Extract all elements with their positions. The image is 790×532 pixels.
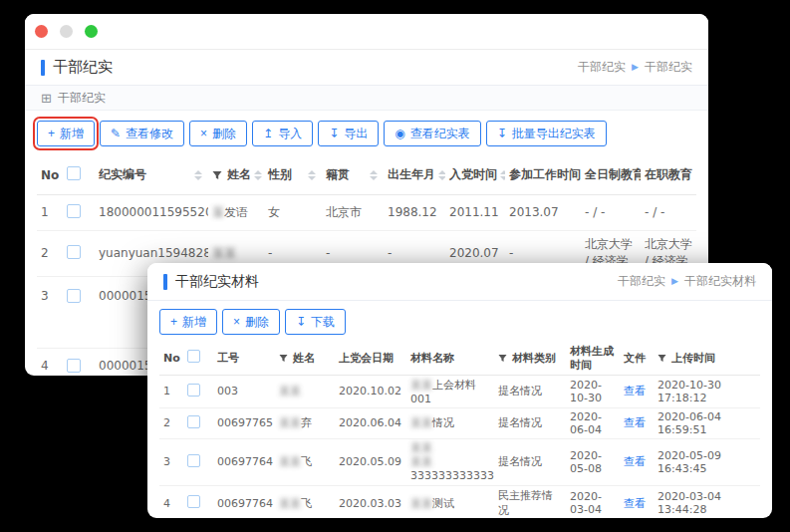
sort-icon[interactable] (500, 170, 505, 180)
delete-button[interactable]: × 删除 (222, 309, 280, 335)
view-file-link[interactable]: 查看 (624, 416, 646, 429)
cadre-materials-window: 干部纪实材料 干部纪实 ▶ 干部纪实材料 + 新增 × 删除 ↧ 下载 (147, 263, 772, 518)
redacted-text: 某某 (212, 246, 236, 260)
add-button-label: 新增 (182, 314, 206, 331)
download-icon: ↧ (296, 316, 306, 328)
page-header: 干部纪实 干部纪实 ▶ 干部纪实 (25, 50, 708, 86)
import-button-label: 导入 (278, 126, 302, 142)
table-row: 3 00697764 某某飞 2020.05.09 某某 某某333333333… (159, 438, 760, 486)
view-file-link[interactable]: 查看 (624, 497, 646, 510)
filter-icon[interactable] (212, 170, 222, 180)
row-checkbox[interactable] (187, 384, 200, 397)
view-record-sheet-button[interactable]: ◉ 查看纪实表 (384, 121, 480, 146)
sort-icon[interactable] (370, 170, 380, 180)
redacted-text: 某某 (279, 455, 301, 468)
col-birth: 出生年月 (388, 166, 435, 183)
view-file-link[interactable]: 查看 (624, 385, 646, 398)
col-work-start: 参加工作时间 (509, 166, 581, 183)
breadcrumb-arrow-icon: ▶ (632, 63, 639, 72)
col-material-type: 材料类别 (512, 352, 556, 366)
row-checkbox[interactable] (67, 245, 81, 259)
row-checkbox[interactable] (67, 359, 81, 373)
view-file-link[interactable]: 查看 (624, 455, 646, 468)
export-button-label: 导出 (344, 126, 368, 142)
cadre-materials-table: No 工号 姓名 上党会日期 材料名称 材料类别 材料生成时间 文件 (159, 343, 760, 518)
export-button[interactable]: ↧ 导出 (318, 121, 379, 146)
col-meeting-date: 上党会日期 (339, 352, 394, 365)
col-generated: 材料生成时间 (570, 345, 614, 372)
sort-icon[interactable] (308, 170, 318, 180)
col-gender: 性别 (268, 166, 292, 183)
page-header: 干部纪实材料 干部纪实 ▶ 干部纪实材料 (147, 263, 772, 301)
redacted-text: 某某 (279, 497, 301, 510)
sort-icon[interactable] (438, 170, 445, 180)
redacted-text: 某某 (279, 416, 301, 429)
table-grid-icon: ⊞ (41, 92, 52, 105)
col-no: No (163, 352, 180, 365)
batch-export-button[interactable]: ↧ 批量导出纪实表 (486, 121, 607, 146)
download-button[interactable]: ↧ 下载 (285, 309, 346, 335)
title-accent-bar (41, 60, 45, 76)
page-title-text: 干部纪实 (53, 58, 113, 77)
materials-header-row: No 工号 姓名 上党会日期 材料名称 材料类别 材料生成时间 文件 (159, 343, 760, 375)
minimize-window-icon[interactable] (60, 25, 73, 38)
breadcrumb: 干部纪实 ▶ 干部纪实材料 (618, 273, 756, 290)
table-row: 2 00697765 某某弃 2020.06.04 某某情况 提名情况 2020… (159, 407, 760, 438)
row-checkbox[interactable] (67, 289, 81, 303)
breadcrumb-current: 干部纪实材料 (684, 273, 756, 290)
redacted-text: 某某 (410, 416, 432, 429)
page-title-text: 干部纪实材料 (175, 273, 259, 291)
page-title: 干部纪实 (41, 58, 113, 77)
close-icon: × (233, 316, 240, 328)
col-onjob-edu: 在职教育 (645, 166, 692, 183)
col-emp-id: 工号 (217, 352, 239, 365)
filter-icon[interactable] (498, 354, 507, 363)
materials-table-wrap: No 工号 姓名 上党会日期 材料名称 材料类别 材料生成时间 文件 (147, 343, 772, 518)
row-checkbox[interactable] (187, 415, 200, 428)
plus-icon: + (48, 128, 55, 139)
select-all-checkbox[interactable] (67, 166, 81, 180)
row-checkbox[interactable] (187, 454, 200, 467)
close-window-icon[interactable] (35, 25, 48, 38)
maximize-window-icon[interactable] (85, 25, 98, 38)
filter-icon[interactable] (658, 354, 666, 363)
edit-icon: ✎ (111, 128, 121, 139)
download-icon: ↧ (329, 128, 339, 139)
col-party-join: 入党时间 (449, 166, 497, 183)
breadcrumb-current: 干部纪实 (645, 59, 692, 76)
col-name: 姓名 (227, 166, 251, 183)
add-button[interactable]: + 新增 (37, 121, 95, 146)
add-button[interactable]: + 新增 (159, 309, 217, 335)
panel-caption: ⊞ 干部纪实 (25, 86, 708, 111)
row-checkbox[interactable] (67, 204, 81, 218)
title-accent-bar (163, 274, 167, 290)
window-titlebar (25, 14, 708, 50)
plus-icon: + (170, 316, 177, 328)
sort-icon[interactable] (194, 170, 204, 180)
table-row: 4 00697764 某某飞 2020.03.03 某某测试 民主推荐情况 20… (159, 486, 760, 518)
view-edit-button-label: 查看修改 (126, 126, 173, 142)
row-checkbox[interactable] (187, 495, 200, 508)
col-origin: 籍贯 (326, 166, 350, 183)
records-toolbar: + 新增 ✎ 查看修改 × 删除 ↥ 导入 ↧ 导出 ◉ 查看纪实表 (25, 111, 708, 156)
view-edit-button[interactable]: ✎ 查看修改 (100, 121, 184, 146)
delete-button[interactable]: × 删除 (189, 121, 247, 146)
breadcrumb-parent[interactable]: 干部纪实 (578, 59, 626, 76)
import-button[interactable]: ↥ 导入 (252, 121, 313, 146)
col-uploaded: 上传时间 (671, 352, 715, 366)
materials-toolbar: + 新增 × 删除 ↧ 下载 (147, 301, 772, 343)
sort-icon[interactable] (254, 170, 264, 180)
col-fulltime-edu: 全日制教育 (585, 166, 641, 183)
redacted-text: 某 (212, 205, 224, 219)
filter-icon[interactable] (279, 354, 288, 363)
breadcrumb-parent[interactable]: 干部纪实 (618, 273, 665, 290)
table-row: 1 180000011595520000 某发语 女 北京市 1988.12 2… (37, 194, 696, 230)
records-header-row: No 纪实编号 姓名 性别 籍贯 出生年月 入党时间 (37, 156, 696, 194)
col-name: 姓名 (293, 352, 315, 366)
eye-icon: ◉ (395, 128, 404, 139)
view-record-sheet-label: 查看纪实表 (410, 126, 470, 142)
redacted-text: 某某 (410, 441, 432, 454)
close-icon: × (200, 128, 207, 139)
panel-caption-text: 干部纪实 (58, 90, 106, 107)
select-all-checkbox[interactable] (187, 350, 200, 363)
